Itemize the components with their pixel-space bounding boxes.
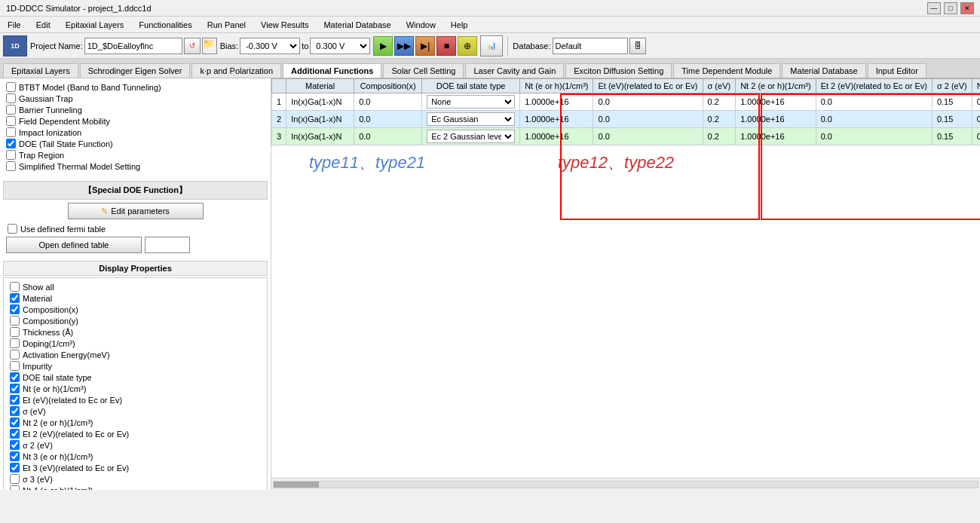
nt3-checkbox[interactable] bbox=[10, 451, 20, 461]
menu-epitaxial-layers[interactable]: Epitaxial Layers bbox=[61, 19, 129, 31]
doping-checkbox[interactable] bbox=[10, 338, 20, 348]
refresh-button[interactable]: ↺ bbox=[184, 38, 201, 54]
nt1-label: Nt (e or h)(1/cm³) bbox=[23, 384, 86, 393]
tab-exciton[interactable]: Exciton Diffusion Setting bbox=[565, 63, 672, 78]
menu-help[interactable]: Help bbox=[446, 19, 473, 31]
database-input[interactable] bbox=[553, 38, 628, 54]
doe-checkbox[interactable] bbox=[6, 139, 16, 148]
close-button[interactable]: ✕ bbox=[960, 2, 974, 14]
menu-window[interactable]: Window bbox=[402, 19, 440, 31]
menu-run-panel[interactable]: Run Panel bbox=[203, 19, 250, 31]
nt2-label: Nt 2 (e or h)(1/cm³) bbox=[23, 418, 93, 427]
et3-checkbox[interactable] bbox=[10, 463, 20, 473]
open-table-button[interactable]: Open defined table bbox=[6, 237, 142, 253]
et2-checkbox[interactable] bbox=[10, 429, 20, 439]
minimize-button[interactable]: — bbox=[927, 2, 941, 14]
tab-epitaxial-layers[interactable]: Epitaxial Layers bbox=[3, 63, 78, 78]
row-material: In(x)Ga(1-x)N bbox=[286, 93, 354, 111]
composition-x-checkbox[interactable] bbox=[10, 304, 20, 314]
thermal-checkbox[interactable] bbox=[6, 161, 16, 171]
row-composition: 0.0 bbox=[354, 93, 422, 111]
nt2-checkbox[interactable] bbox=[10, 417, 20, 427]
trap-region-checkbox[interactable] bbox=[6, 150, 16, 160]
tab-time[interactable]: Time Dependent Module bbox=[673, 63, 780, 78]
bias-to-label: to bbox=[302, 41, 308, 50]
table-value-box[interactable] bbox=[145, 237, 190, 253]
sigma1-checkbox[interactable] bbox=[10, 406, 20, 416]
chart-button-group: 📊 bbox=[480, 35, 503, 57]
menu-view-results[interactable]: View Results bbox=[256, 19, 313, 31]
row-tail-type[interactable]: NoneEc GaussianEv GaussianEc 2 Gaussian … bbox=[422, 128, 520, 145]
run-button-2[interactable]: ▶▶ bbox=[394, 36, 414, 56]
chart-button[interactable]: 📊 bbox=[480, 35, 503, 57]
sigma2-checkbox[interactable] bbox=[10, 440, 20, 450]
scrollbar-thumb[interactable] bbox=[274, 482, 319, 488]
impurity-checkbox[interactable] bbox=[10, 361, 20, 371]
tail-type-select[interactable]: NoneEc GaussianEv GaussianEc 2 Gaussian … bbox=[427, 130, 515, 143]
composition-x-label: Composition(x) bbox=[23, 305, 78, 314]
row-tail-type[interactable]: NoneEc GaussianEv GaussianEc 2 Gaussian … bbox=[422, 111, 520, 128]
bias-to-select[interactable]: 0.300 V bbox=[310, 38, 370, 54]
checkbox-btbt: BTBT Model (Band to Band Tunneling) bbox=[3, 81, 268, 93]
doe-tail-checkbox[interactable] bbox=[10, 372, 20, 382]
database-button[interactable]: 🗄 bbox=[629, 38, 646, 54]
project-input[interactable] bbox=[84, 38, 182, 54]
prop-sigma1: σ (eV) bbox=[7, 405, 264, 417]
row-sigma1: 0.2 bbox=[703, 111, 736, 128]
run-button-3[interactable]: ▶| bbox=[415, 36, 435, 56]
impact-checkbox[interactable] bbox=[6, 127, 16, 137]
nt4-checkbox[interactable] bbox=[10, 485, 20, 490]
sigma3-checkbox[interactable] bbox=[10, 474, 20, 484]
et1-checkbox[interactable] bbox=[10, 395, 20, 405]
menu-edit[interactable]: Edit bbox=[32, 19, 55, 31]
edit-params-button[interactable]: ✎ Edit parameters bbox=[68, 203, 204, 219]
activation-checkbox[interactable] bbox=[10, 350, 20, 359]
row-nt1: 1.0000e+16 bbox=[520, 111, 593, 128]
main-content: BTBT Model (Band to Band Tunneling) Gaus… bbox=[0, 78, 980, 490]
tail-type-select[interactable]: NoneEc GaussianEv GaussianEc 2 Gaussian … bbox=[427, 95, 515, 109]
fermi-table-checkbox[interactable] bbox=[8, 224, 17, 234]
run-button-4[interactable]: ⊕ bbox=[458, 36, 477, 56]
stop-button[interactable]: ■ bbox=[436, 36, 456, 56]
gaussian-trap-label: Gaussian Trap bbox=[19, 94, 73, 103]
tab-additional-functions[interactable]: Additional Functions bbox=[283, 63, 381, 78]
thickness-checkbox[interactable] bbox=[10, 327, 20, 337]
annotation-red: type12、type22 bbox=[558, 151, 674, 174]
tab-solar-cell[interactable]: Solar Cell Setting bbox=[383, 63, 464, 78]
folder-icon[interactable]: 📁 bbox=[202, 38, 217, 54]
tab-kp[interactable]: k·p and Polarization bbox=[191, 63, 281, 78]
tab-schrodinger[interactable]: Schrodinger Eigen Solver bbox=[80, 63, 191, 78]
barrier-checkbox[interactable] bbox=[6, 105, 16, 115]
tab-input-editor[interactable]: Input Editor bbox=[868, 63, 926, 78]
show-all-checkbox[interactable] bbox=[10, 282, 20, 292]
doe-tail-label: DOE tail state type bbox=[23, 373, 92, 382]
material-checkbox[interactable] bbox=[10, 293, 20, 303]
tab-laser[interactable]: Laser Cavity and Gain bbox=[465, 63, 564, 78]
checkbox-barrier: Barrier Tunneling bbox=[3, 104, 268, 115]
toolbar: 1D Project Name: ↺ 📁 Bias: -0.300 V to 0… bbox=[0, 33, 980, 59]
horizontal-scrollbar[interactable] bbox=[271, 478, 980, 490]
nt1-checkbox[interactable] bbox=[10, 384, 20, 393]
run-button-1[interactable]: ▶ bbox=[373, 36, 393, 56]
maximize-button[interactable]: □ bbox=[944, 2, 957, 14]
menu-functionalities[interactable]: Functionalities bbox=[134, 19, 196, 31]
row-tail-type[interactable]: NoneEc GaussianEv GaussianEc 2 Gaussian … bbox=[422, 93, 520, 111]
composition-y-checkbox[interactable] bbox=[10, 316, 20, 326]
doping-label: Doping(1/cm³) bbox=[23, 339, 75, 348]
row-material: In(x)Ga(1-x)N bbox=[286, 128, 354, 145]
row-sigma2: 0.15 bbox=[932, 93, 972, 111]
sigma1-label: σ (eV) bbox=[23, 407, 46, 416]
window-controls[interactable]: — □ ✕ bbox=[927, 2, 974, 14]
prop-sigma3: σ 3 (eV) bbox=[7, 473, 264, 485]
btbt-checkbox[interactable] bbox=[6, 82, 16, 92]
tab-material-db[interactable]: Material Database bbox=[782, 63, 865, 78]
field-mobility-checkbox[interactable] bbox=[6, 116, 16, 126]
scrollbar-track[interactable] bbox=[273, 481, 978, 488]
menu-file[interactable]: File bbox=[3, 19, 26, 31]
tail-type-select[interactable]: NoneEc GaussianEv GaussianEc 2 Gaussian … bbox=[427, 112, 515, 126]
bias-from-select[interactable]: -0.300 V bbox=[240, 38, 300, 54]
thickness-label: Thickness (Å) bbox=[23, 328, 73, 337]
gaussian-trap-checkbox[interactable] bbox=[6, 93, 16, 103]
tabs1: Epitaxial Layers Schrodinger Eigen Solve… bbox=[0, 59, 980, 78]
menu-material-database[interactable]: Material Database bbox=[319, 19, 395, 31]
